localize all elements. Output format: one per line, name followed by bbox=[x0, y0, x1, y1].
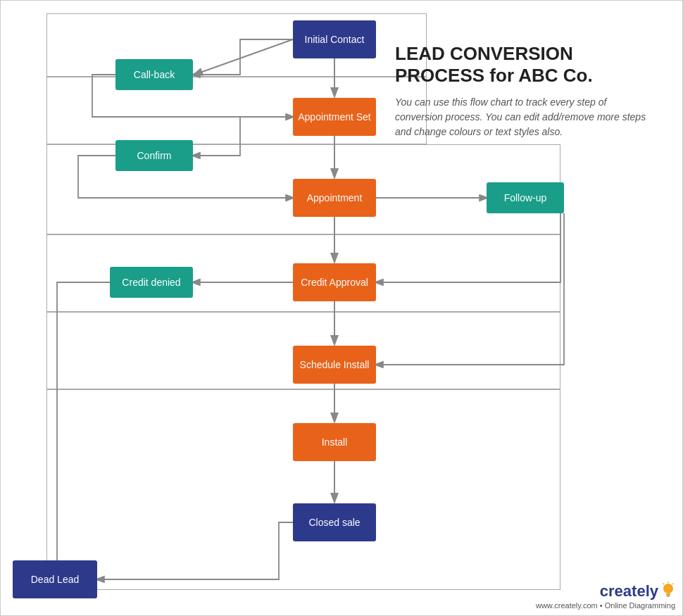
initial-contact-label: Initial Contact bbox=[305, 34, 365, 45]
svg-point-7 bbox=[663, 584, 673, 593]
subtitle: You can use this flow chart to track eve… bbox=[395, 95, 656, 139]
main-title: LEAD CONVERSION PROCESS for ABC Co. bbox=[395, 43, 656, 87]
dead-lead-node: Dead Lead bbox=[13, 560, 97, 598]
branding-url: www.creately.com • Online Diagramming bbox=[536, 601, 675, 610]
dead-lead-label: Dead Lead bbox=[31, 574, 80, 585]
svg-line-12 bbox=[663, 584, 665, 585]
closed-sale-node: Closed sale bbox=[293, 503, 376, 541]
appointment-set-label: Appointment Set bbox=[298, 111, 371, 122]
schedule-install-node: Schedule Install bbox=[293, 346, 376, 384]
branding: creately www.creately.com • Online Diagr… bbox=[536, 582, 675, 610]
credit-approval-label: Credit Approval bbox=[301, 277, 368, 288]
svg-rect-9 bbox=[667, 596, 670, 597]
main-container: Initial Contact Appointment Set Appointm… bbox=[0, 0, 683, 616]
confirm-label: Confirm bbox=[137, 150, 171, 161]
follow-up-label: Follow-up bbox=[504, 192, 547, 203]
credit-denied-node: Credit denied bbox=[110, 267, 193, 298]
credit-approval-node: Credit Approval bbox=[293, 263, 376, 301]
branding-logo: creately bbox=[600, 582, 675, 601]
branding-name: creately bbox=[600, 582, 658, 601]
install-label: Install bbox=[322, 436, 348, 448]
install-node: Install bbox=[293, 423, 376, 461]
svg-rect-8 bbox=[666, 593, 670, 596]
appointment-node: Appointment bbox=[293, 179, 376, 217]
follow-up-node: Follow-up bbox=[487, 182, 564, 213]
schedule-install-label: Schedule Install bbox=[300, 359, 370, 370]
title-area: LEAD CONVERSION PROCESS for ABC Co. You … bbox=[395, 43, 656, 139]
confirm-node: Confirm bbox=[115, 140, 193, 171]
appointment-label: Appointment bbox=[307, 192, 363, 203]
call-back-label: Call-back bbox=[134, 69, 175, 80]
lightbulb-icon bbox=[661, 582, 675, 601]
call-back-node: Call-back bbox=[115, 59, 193, 90]
initial-contact-node: Initial Contact bbox=[293, 20, 376, 58]
credit-denied-label: Credit denied bbox=[122, 277, 180, 288]
appointment-set-node: Appointment Set bbox=[293, 98, 376, 136]
swimlane-6 bbox=[46, 389, 560, 590]
closed-sale-label: Closed sale bbox=[308, 517, 360, 528]
svg-line-11 bbox=[672, 584, 674, 585]
